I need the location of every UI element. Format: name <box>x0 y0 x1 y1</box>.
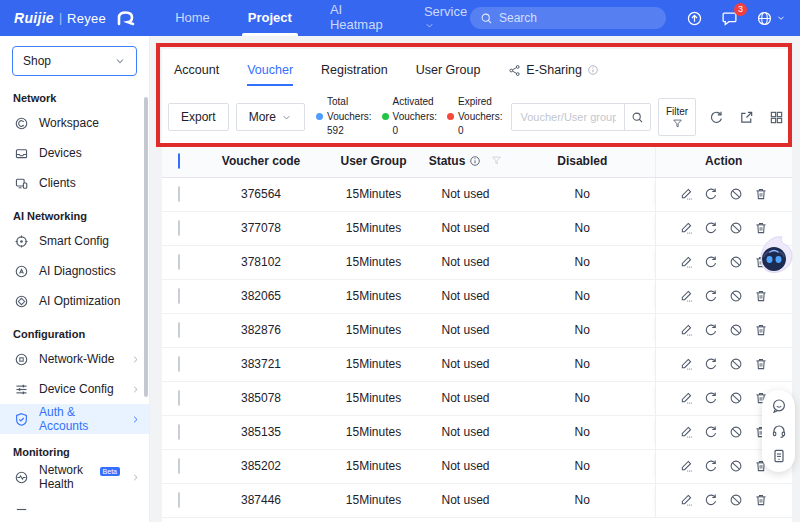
tab-registration[interactable]: Registration <box>321 63 388 86</box>
select-all-checkbox[interactable] <box>178 153 180 169</box>
export-share-icon[interactable] <box>739 110 754 125</box>
sidebar-item-smart-config[interactable]: Smart Config <box>0 226 149 256</box>
sidebar-item-label: Device Config <box>39 382 120 396</box>
sidebar-item-clients[interactable]: Clients <box>0 168 149 198</box>
status-cell: Not used <box>421 313 510 347</box>
edit-button[interactable] <box>679 255 693 269</box>
voucher-search-button[interactable] <box>624 104 650 130</box>
row-checkbox[interactable] <box>178 390 180 406</box>
sidebar-item-network-wide[interactable]: Network-Wide <box>0 344 149 374</box>
global-search-input[interactable] <box>499 11 656 25</box>
voucher-search-input[interactable] <box>512 104 624 130</box>
edit-icon <box>679 323 693 337</box>
row-checkbox[interactable] <box>178 186 180 202</box>
disable-button[interactable] <box>729 357 743 371</box>
disabled-cell: No <box>510 415 655 449</box>
disable-button[interactable] <box>729 323 743 337</box>
renew-button[interactable] <box>704 187 718 201</box>
row-checkbox[interactable] <box>178 254 180 270</box>
renew-button[interactable] <box>704 425 718 439</box>
language-selector[interactable] <box>756 10 786 27</box>
disable-button[interactable] <box>729 425 743 439</box>
filter-button[interactable]: Filter <box>658 98 696 136</box>
tab-e-sharing[interactable]: E-Sharing <box>508 63 599 86</box>
support-headset-icon[interactable] <box>771 423 787 439</box>
disable-button[interactable] <box>729 255 743 269</box>
disable-button[interactable] <box>729 493 743 507</box>
tab-account[interactable]: Account <box>174 63 219 86</box>
renew-button[interactable] <box>704 289 718 303</box>
funnel-icon[interactable] <box>491 155 502 166</box>
edit-button[interactable] <box>679 323 693 337</box>
docs-panel-icon[interactable] <box>771 448 787 464</box>
renew-button[interactable] <box>704 459 718 473</box>
row-checkbox[interactable] <box>178 492 180 508</box>
info-icon[interactable] <box>587 64 599 76</box>
disable-button[interactable] <box>729 459 743 473</box>
delete-button[interactable] <box>754 493 768 507</box>
export-button[interactable]: Export <box>168 103 229 131</box>
sidebar-item-ai-diagnostics[interactable]: AI Diagnostics <box>0 256 149 286</box>
feedback-chat-icon[interactable] <box>771 398 787 414</box>
nav-item-project[interactable]: Project <box>248 0 292 36</box>
messages-icon[interactable]: 3 <box>721 10 738 27</box>
nav-item-home[interactable]: Home <box>175 0 210 36</box>
edit-button[interactable] <box>679 357 693 371</box>
voucher-code-cell: 385135 <box>196 415 326 449</box>
brand-logo[interactable]: Ruijie | Reyee <box>14 9 137 27</box>
sidebar-item-workspace[interactable]: Workspace <box>0 108 149 138</box>
disable-button[interactable] <box>729 221 743 235</box>
row-checkbox[interactable] <box>178 424 180 440</box>
edit-button[interactable] <box>679 289 693 303</box>
sidebar-scrollbar[interactable] <box>144 97 148 397</box>
sidebar-item-device-config[interactable]: Device Config <box>0 374 149 404</box>
nav-item-service[interactable]: Service <box>424 0 467 36</box>
edit-button[interactable] <box>679 493 693 507</box>
row-checkbox[interactable] <box>178 356 180 372</box>
sidebar-item-network-health[interactable]: Network Health Beta <box>0 462 149 492</box>
renew-button[interactable] <box>704 391 718 405</box>
row-checkbox[interactable] <box>178 322 180 338</box>
nav-item-ai-heatmap[interactable]: AI Heatmap <box>330 0 386 36</box>
disable-button[interactable] <box>729 391 743 405</box>
delete-button[interactable] <box>754 187 768 201</box>
tab-voucher[interactable]: Voucher <box>247 63 293 86</box>
row-checkbox[interactable] <box>178 220 180 236</box>
edit-button[interactable] <box>679 425 693 439</box>
row-checkbox[interactable] <box>178 288 180 304</box>
edit-button[interactable] <box>679 459 693 473</box>
edit-button[interactable] <box>679 391 693 405</box>
disable-button[interactable] <box>729 187 743 201</box>
tab-user-group[interactable]: User Group <box>416 63 481 86</box>
renew-button[interactable] <box>704 221 718 235</box>
ai-assistant-mascot[interactable] <box>752 231 798 281</box>
edit-icon <box>679 425 693 439</box>
sidebar-item-ai-optimization[interactable]: AI Optimization <box>0 286 149 316</box>
info-icon[interactable] <box>469 155 481 167</box>
edit-button[interactable] <box>679 221 693 235</box>
disable-button[interactable] <box>729 289 743 303</box>
network-select-dropdown[interactable]: Shop <box>12 46 137 76</box>
renew-button[interactable] <box>704 493 718 507</box>
renew-button[interactable] <box>704 323 718 337</box>
column-settings-icon[interactable] <box>769 110 784 125</box>
renew-button[interactable] <box>704 357 718 371</box>
sidebar-item-devices[interactable]: Devices <box>0 138 149 168</box>
edit-button[interactable] <box>679 187 693 201</box>
status-cell: Not used <box>421 381 510 415</box>
sidebar-item-auth-accounts[interactable]: Auth & Accounts <box>0 404 149 434</box>
disabled-cell: No <box>510 211 655 245</box>
nav-ai-heatmap-label: AI Heatmap <box>330 3 386 33</box>
delete-button[interactable] <box>754 357 768 371</box>
sidebar-item-label: Workspace <box>39 116 141 130</box>
block-icon <box>729 493 743 507</box>
discover-icon[interactable] <box>686 10 703 27</box>
renew-button[interactable] <box>704 255 718 269</box>
refresh-icon[interactable] <box>709 110 724 125</box>
delete-button[interactable] <box>754 323 768 337</box>
delete-button[interactable] <box>754 289 768 303</box>
more-button[interactable]: More <box>236 103 305 131</box>
global-search[interactable] <box>470 7 666 29</box>
sidebar-item-partial[interactable] <box>0 494 149 522</box>
row-checkbox[interactable] <box>178 458 180 474</box>
